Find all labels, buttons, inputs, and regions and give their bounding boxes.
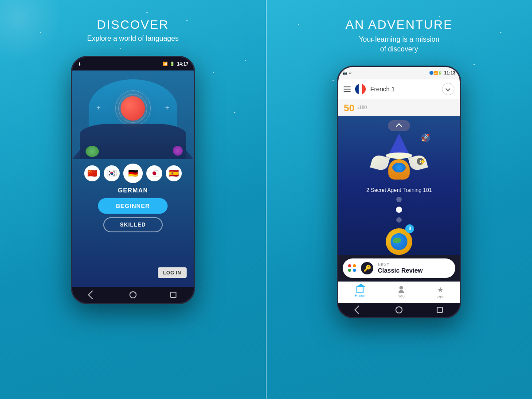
flag-korean[interactable]: 🇰🇷 [104,165,120,181]
character-body [388,159,410,180]
score-total: /180 [358,105,367,110]
french-flag-icon [355,84,366,94]
home-nav-right[interactable] [395,306,403,314]
next-label: NEXT [378,262,450,267]
nav-home-item[interactable]: Home [355,286,365,298]
left-title-area: DISCOVER Explore a world of languages [87,18,179,43]
recents-nav-left[interactable] [169,291,177,299]
person-head [399,286,403,289]
badge-count: 8 [405,224,414,233]
person-icon [398,286,404,293]
planet-red [121,96,145,121]
status-icons-left-right: 📷 ⚙ [343,71,352,75]
left-heading: DISCOVER [87,18,179,32]
time-left: 14:17 [177,62,188,66]
app-header: French 1 [338,79,460,99]
flag-german-active[interactable]: 🇩🇪 [123,164,143,183]
bottom-nav-right: Home You ★ Pro [338,282,460,303]
next-title: Classic Review [378,267,450,274]
cockpit-scene: + + [72,70,194,159]
person-body [399,290,404,293]
dot-blue [353,269,356,272]
scroll-up-button[interactable] [388,120,410,131]
score-number: 50 [344,102,354,114]
flag-blue-stripe [355,84,359,94]
home-nav-label: Home [355,293,365,298]
flag-white-stripe [359,84,362,94]
globe-landmass [393,238,401,243]
flag-chinese[interactable]: 🇨🇳 [84,165,100,181]
menu-button[interactable] [344,86,351,92]
status-bar-right: 📷 ⚙ 🔵📶🔋 11:13 [338,67,460,79]
phone-right: 📷 ⚙ 🔵📶🔋 11:13 French 1 [337,66,461,318]
right-heading: AN ADVENTURE [345,18,453,32]
character-area: 1 ⚡ 🚀 [368,133,430,184]
lightning-icon: ⚡ [419,158,426,165]
home-nav-icon [356,286,364,293]
nav-pro-item[interactable]: ★ Pro [437,286,443,299]
nav-you-item[interactable]: You [398,286,405,298]
pro-nav-label: Pro [437,295,443,299]
dot-red [348,264,351,267]
next-banner[interactable]: 🔑 NEXT Classic Review [343,258,455,278]
status-bar-left: ⬇ 📶 🔋 14:17 [72,57,194,70]
recents-nav-right[interactable] [436,306,444,314]
globe-sphere [391,233,407,250]
path-dot-3 [396,217,402,223]
status-icons-right-left: 📶 🔋 14:17 [163,62,188,66]
wizard-hat [386,133,412,159]
score-section: 50 /180 [338,99,460,116]
home-nav-left[interactable] [129,291,137,299]
left-panel: DISCOVER Explore a world of languages ⬇ … [0,0,266,399]
dot-green [348,269,351,272]
phone-nav-right [338,303,460,317]
hamburger-line-1 [344,86,351,87]
back-nav-left[interactable] [88,291,96,299]
screen-right: 1 ⚡ 🚀 2 Secret Agent Training 101 [338,116,460,255]
next-text-area: NEXT Classic Review [378,262,450,274]
earth-emblem [392,163,406,172]
flag-red-stripe [362,84,366,94]
download-arrow-icon [446,86,450,91]
rocket-icon: 🚀 [421,133,430,142]
planet-small [173,146,183,156]
globe-lesson[interactable]: 8 [386,226,412,255]
hat-top [389,133,409,153]
chevron-up-icon [396,123,402,129]
key-icon: 🔑 [361,262,373,274]
flag-japanese[interactable]: 🇯🇵 [146,165,162,181]
right-title-area: AN ADVENTURE Your learning is a mission … [345,18,453,55]
plant-decoration [86,146,99,157]
you-nav-label: You [398,294,405,298]
screen-left: + + 🇨🇳 🇰🇷 🇩🇪 🇯🇵 🇪🇸 GERMAN BEGINNER [72,70,194,287]
right-subtitle: Your learning is a mission of discovery [345,35,453,55]
phone-left: ⬇ 📶 🔋 14:17 + + [71,56,195,304]
star-icon: ★ [437,286,443,294]
lesson-title: 2 Secret Agent Training 101 [366,187,432,193]
time-right: 11:13 [444,70,456,75]
download-button[interactable] [442,83,454,95]
hamburger-line-3 [344,91,351,92]
lesson-path [396,197,402,223]
flag-spanish[interactable]: 🇪🇸 [166,165,182,181]
left-subtitle: Explore a world of languages [87,35,179,43]
notification-icon-left: ⬇ [78,62,81,66]
path-dot-active [396,207,402,213]
plus-left-icon: + [97,104,101,112]
back-nav-right[interactable] [355,306,363,314]
course-title: French 1 [370,86,438,93]
path-dot-1 [396,197,402,202]
plus-right-icon: + [165,104,169,112]
language-name: GERMAN [118,187,148,194]
hamburger-line-2 [344,89,351,90]
phone-nav-left [72,287,194,303]
dots-grid-icon [348,264,356,272]
dot-orange [353,264,356,267]
flags-row: 🇨🇳 🇰🇷 🇩🇪 🇯🇵 🇪🇸 [84,164,182,183]
right-panel: AN ADVENTURE Your learning is a mission … [266,0,532,399]
beginner-button[interactable]: BEGINNER [98,198,168,214]
skilled-button[interactable]: SKILLED [103,217,163,232]
status-right-right: 🔵📶🔋 11:13 [429,70,456,75]
login-button[interactable]: LOG IN [158,267,187,278]
